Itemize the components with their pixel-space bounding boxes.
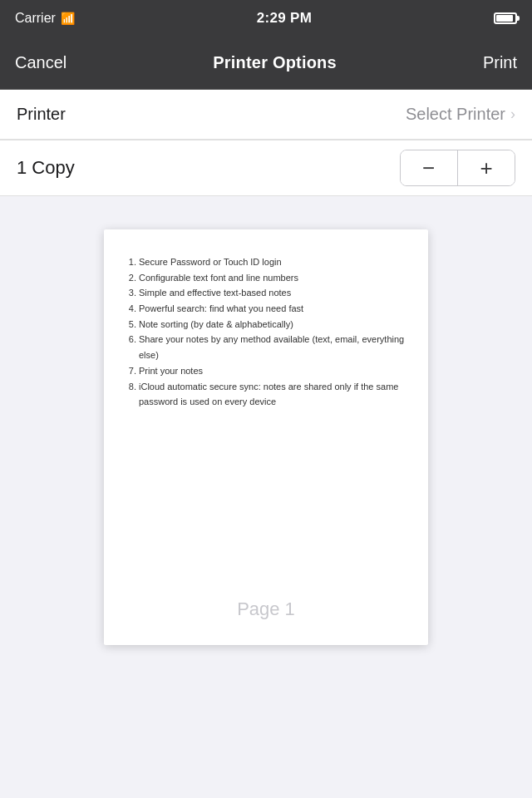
list-item: Print your notes (139, 363, 405, 379)
nav-bar: Cancel Printer Options Print (0, 37, 532, 90)
list-item: Share your notes by any method available… (139, 332, 405, 362)
select-printer-label: Select Printer (406, 105, 505, 124)
list-item: Powerful search: find what you need fast (139, 301, 405, 317)
page-content: Secure Password or Touch ID loginConfigu… (127, 254, 405, 565)
battery-indicator (494, 12, 517, 24)
list-item: Secure Password or Touch ID login (139, 254, 405, 270)
nav-title: Printer Options (213, 53, 337, 72)
wifi-icon: 📶 (61, 12, 75, 25)
list-item: Note sorting (by date & alphabetically) (139, 317, 405, 332)
copy-stepper: − + (400, 150, 516, 186)
printer-select[interactable]: Select Printer › (406, 105, 515, 124)
printer-row[interactable]: Printer Select Printer › (0, 90, 532, 140)
chevron-right-icon: › (510, 106, 515, 123)
status-bar: Carrier 📶 2:29 PM (0, 0, 532, 37)
battery-icon (494, 12, 517, 24)
page-list: Secure Password or Touch ID loginConfigu… (127, 254, 405, 410)
increment-button[interactable]: + (458, 150, 515, 185)
carrier-label: Carrier (15, 11, 56, 26)
decrement-button[interactable]: − (401, 150, 457, 185)
page-label: Page 1 (237, 598, 295, 620)
cancel-button[interactable]: Cancel (15, 47, 66, 79)
print-button[interactable]: Print (483, 47, 517, 79)
copy-row: 1 Copy − + (0, 140, 532, 196)
copy-label: 1 Copy (17, 157, 75, 179)
page-preview: Secure Password or Touch ID loginConfigu… (104, 229, 428, 645)
battery-fill (496, 15, 513, 22)
carrier-wifi: Carrier 📶 (15, 11, 75, 26)
page-label-container: Page 1 (127, 565, 405, 628)
list-item: Simple and effective text-based notes (139, 285, 405, 301)
printer-label: Printer (17, 105, 66, 124)
status-time: 2:29 PM (257, 10, 312, 27)
preview-area: Secure Password or Touch ID loginConfigu… (0, 196, 532, 736)
list-item: iCloud automatic secure sync: notes are … (139, 379, 405, 410)
content-area: Printer Select Printer › 1 Copy − + Secu… (0, 90, 532, 736)
list-item: Configurable text font and line numbers (139, 270, 405, 286)
